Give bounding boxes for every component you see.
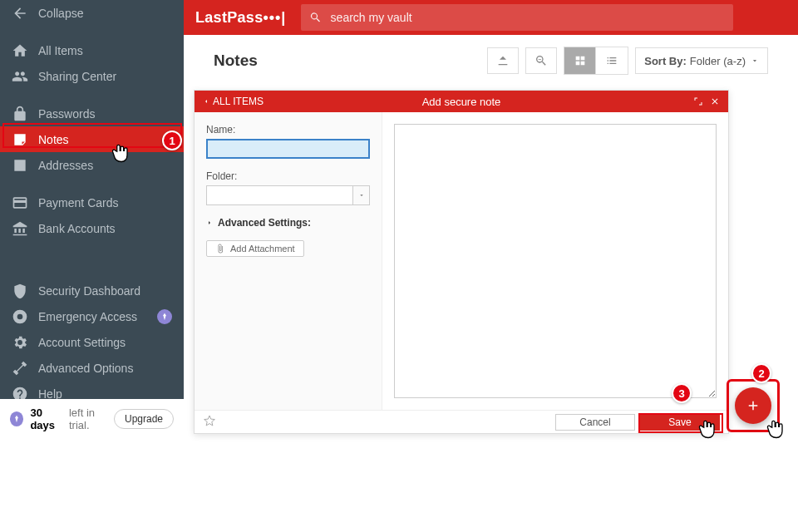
sidebar-emergency-access-label: Emergency Access (38, 310, 137, 323)
sidebar-collapse-label: Collapse (38, 7, 83, 20)
caret-down-icon (751, 57, 759, 65)
sidebar-security-dashboard[interactable]: Security Dashboard (0, 278, 184, 303)
people-icon (12, 68, 28, 85)
close-icon[interactable] (710, 96, 720, 106)
arrow-left-icon (12, 5, 28, 22)
list-view-button[interactable] (596, 47, 628, 74)
sidebar-bank-accounts[interactable]: Bank Accounts (0, 215, 184, 241)
logo-dots: •••| (263, 9, 286, 26)
wrench-icon (12, 360, 28, 377)
sidebar-account-settings-label: Account Settings (38, 336, 126, 349)
trial-bar: 30 days left in trial. Upgrade (0, 399, 184, 439)
sidebar-collapse[interactable]: Collapse (0, 0, 184, 26)
save-button[interactable]: Save (640, 414, 720, 431)
sidebar-account-settings[interactable]: Account Settings (0, 329, 184, 355)
sort-label: Sort By: (644, 55, 687, 67)
trial-days: 30 days (30, 406, 66, 431)
sort-value: Folder (a-z) (690, 55, 746, 67)
logo-text: LastPass (195, 9, 263, 26)
content-header: Notes Sort By: Folder (a-z) (184, 35, 798, 86)
sidebar-bank-accounts-label: Bank Accounts (38, 222, 116, 235)
sidebar-advanced-options-label: Advanced Options (38, 362, 133, 375)
grid-view-button[interactable] (564, 47, 596, 74)
sidebar-addresses-label: Addresses (38, 159, 93, 172)
sidebar-addresses[interactable]: Addresses (0, 152, 184, 178)
shield-icon (12, 283, 28, 299)
diamond-icon (10, 411, 23, 426)
dialog-body: Name: Folder: Advanced Settings: Add Att… (195, 112, 728, 410)
upgrade-button[interactable]: Upgrade (114, 409, 174, 429)
sidebar-emergency-access[interactable]: Emergency Access (0, 303, 184, 329)
gear-icon (12, 334, 28, 351)
diamond-badge-icon (157, 309, 172, 324)
page-title: Notes (214, 52, 258, 70)
sidebar-payment-cards-label: Payment Cards (38, 196, 118, 209)
sidebar-notes-label: Notes (38, 133, 69, 146)
sidebar: Collapse All Items Sharing Center Passwo… (0, 0, 184, 399)
logo: LastPass•••| (195, 9, 286, 27)
address-icon (12, 157, 28, 174)
name-input[interactable] (206, 139, 370, 159)
paperclip-icon (215, 244, 225, 254)
topbar: LastPass•••| (184, 0, 798, 35)
sidebar-sharing[interactable]: Sharing Center (0, 63, 184, 89)
bank-icon (12, 220, 28, 237)
step-badge-1: 1 (162, 131, 182, 150)
favorite-star-button[interactable] (203, 414, 216, 431)
dialog-right-panel (382, 112, 728, 410)
step-badge-2: 2 (751, 363, 771, 383)
add-attachment-button[interactable]: Add Attachment (206, 240, 304, 257)
trial-rest: left in trial. (69, 406, 114, 431)
add-attachment-label: Add Attachment (230, 244, 295, 254)
note-icon (12, 131, 28, 148)
sidebar-all-items-label: All Items (38, 44, 83, 57)
sidebar-advanced-options[interactable]: Advanced Options (0, 355, 184, 381)
sidebar-passwords[interactable]: Passwords (0, 101, 184, 126)
folder-input[interactable] (206, 185, 353, 205)
cursor-hand-icon (765, 417, 788, 444)
lifebuoy-icon (12, 308, 28, 325)
credit-card-icon (12, 195, 28, 211)
zoom-out-button[interactable] (525, 47, 557, 74)
step-badge-3: 3 (672, 383, 692, 403)
name-label: Name: (206, 124, 370, 135)
dialog-back-label: ALL ITEMS (213, 96, 264, 107)
dialog-back-button[interactable]: ALL ITEMS (203, 96, 264, 107)
sidebar-payment-cards[interactable]: Payment Cards (0, 190, 184, 215)
dialog-footer: Cancel Save (195, 410, 728, 433)
add-fab-button[interactable] (735, 387, 771, 424)
sidebar-security-dashboard-label: Security Dashboard (38, 284, 140, 298)
advanced-settings-toggle[interactable]: Advanced Settings: (206, 217, 370, 229)
sidebar-notes[interactable]: Notes (0, 126, 184, 152)
advanced-settings-label: Advanced Settings: (218, 217, 311, 229)
search-input[interactable] (331, 11, 726, 24)
caret-left-icon (203, 98, 209, 105)
note-textarea[interactable] (394, 124, 717, 398)
cancel-button[interactable]: Cancel (555, 414, 635, 431)
sidebar-all-items[interactable]: All Items (0, 37, 184, 63)
sidebar-sharing-label: Sharing Center (38, 70, 116, 83)
view-toggle (564, 47, 628, 75)
toolbar: Sort By: Folder (a-z) (487, 47, 768, 75)
plus-icon (746, 398, 761, 413)
home-icon (12, 42, 28, 59)
sort-dropdown[interactable]: Sort By: Folder (a-z) (635, 47, 768, 74)
dialog-title: Add secure note (422, 96, 501, 108)
search-icon (309, 11, 322, 24)
collapse-all-button[interactable] (487, 47, 519, 74)
add-note-dialog: ALL ITEMS Add secure note Name: Folder: … (194, 90, 729, 434)
dialog-left-panel: Name: Folder: Advanced Settings: Add Att… (195, 112, 382, 410)
folder-label: Folder: (206, 170, 370, 182)
sidebar-passwords-label: Passwords (38, 107, 95, 121)
caret-right-icon (206, 219, 213, 226)
search-box[interactable] (301, 4, 733, 31)
expand-icon[interactable] (693, 96, 703, 106)
folder-dropdown-button[interactable] (353, 185, 370, 205)
dialog-header: ALL ITEMS Add secure note (195, 91, 728, 112)
lock-icon (12, 106, 28, 122)
